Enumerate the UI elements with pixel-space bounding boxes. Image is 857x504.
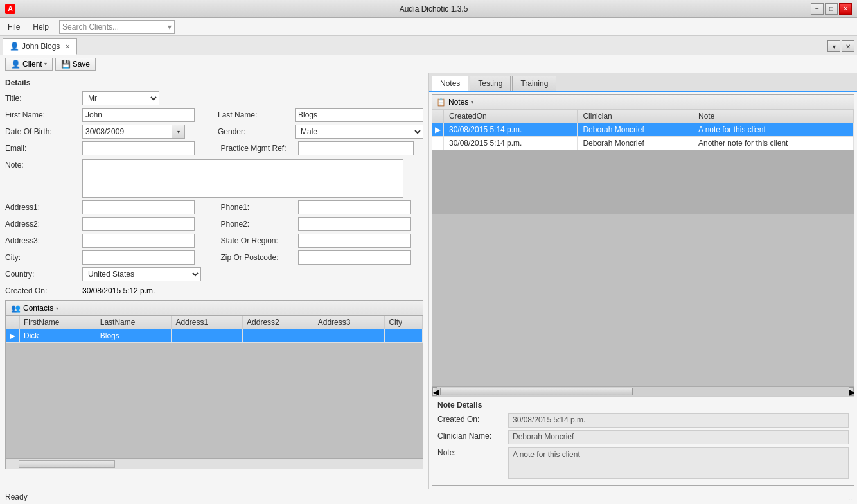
createdon-value: 30/08/2015 5:12 p.m. (82, 286, 155, 295)
col-address3: Address3 (314, 316, 385, 329)
email-col: Email: (5, 141, 208, 158)
dob-calendar-button[interactable]: ▾ (172, 125, 185, 139)
notes-header-label: Notes (448, 98, 468, 107)
tab-notes[interactable]: Notes (432, 76, 468, 91)
dob-input[interactable] (82, 125, 172, 139)
search-dropdown-arrow: ▾ (168, 22, 172, 31)
contact-address3 (314, 329, 385, 343)
tab-person-icon: 👤 (10, 42, 19, 51)
detail-note-row: Note: A note for this client (437, 447, 849, 479)
notes-scrollbar-h[interactable]: ◀ ▶ (432, 386, 854, 396)
table-row[interactable]: ▶ Dick Blogs (6, 329, 423, 343)
address-left-col: Address1: Address2: Address3: City: Coun… (5, 200, 208, 284)
ziporpostcode-input[interactable] (298, 250, 411, 265)
city-input[interactable] (82, 250, 195, 265)
tab-label: John Blogs (22, 42, 60, 51)
client-button[interactable]: 👤 Client ▾ (5, 58, 53, 71)
notes-dropdown-arrow[interactable]: ▾ (471, 100, 473, 105)
detail-note-textarea[interactable]: A note for this client (508, 447, 849, 479)
notes-scrollbar-thumb[interactable] (440, 388, 633, 395)
minimize-button[interactable]: − (811, 3, 824, 15)
contacts-dropdown-arrow[interactable]: ▾ (56, 306, 58, 311)
detail-createdon-value: 30/08/2015 5:14 p.m. (508, 413, 849, 428)
contact-lastname: Blogs (96, 329, 172, 343)
country-select[interactable]: United States United Kingdom Australia C… (82, 267, 201, 281)
detail-clinician-value: Deborah Moncrief (508, 430, 849, 444)
tab-scroll-right[interactable]: ▾ (827, 40, 840, 52)
title-select[interactable]: Mr Mrs Ms Dr (82, 91, 159, 105)
tab-close-all[interactable]: ✕ (842, 40, 854, 52)
note-details-title: Note Details (437, 401, 849, 410)
contacts-icon: 👥 (11, 304, 21, 313)
contacts-scrollbar-thumb[interactable] (19, 460, 115, 468)
close-button[interactable]: ✕ (839, 3, 852, 15)
contacts-label: Contacts (23, 304, 53, 313)
contacts-table: FirstName LastName Address1 Address2 Add… (6, 316, 423, 343)
notes-scroll-right-btn[interactable]: ▶ (849, 387, 854, 396)
status-text: Ready (5, 492, 28, 501)
city-label: City: (5, 253, 82, 262)
gender-select[interactable]: Male Female Other (295, 125, 423, 139)
dob-label: Date Of Birth: (5, 127, 82, 136)
email-input[interactable] (82, 141, 195, 155)
save-label: Save (73, 60, 90, 69)
col-arrow (6, 316, 20, 329)
details-section-title: Details (5, 78, 423, 87)
status-right: :: (848, 493, 852, 501)
contacts-h-scrollbar[interactable] (6, 458, 423, 469)
address1-label: Address1: (5, 203, 82, 212)
gender-label: Gender: (218, 127, 295, 136)
stateorregion-label: State Or Region: (221, 236, 298, 245)
note-row-arrow-2 (432, 137, 444, 150)
tab-testing[interactable]: Testing (470, 76, 511, 91)
address1-input[interactable] (82, 200, 195, 214)
left-panel: Details Title: Mr Mrs Ms Dr First Name: … (0, 73, 429, 489)
detail-createdon-row: Created On: 30/08/2015 5:14 p.m. (437, 413, 849, 428)
notes-table: CreatedOn Clinician Note ▶ 30/08/2015 5:… (432, 110, 854, 150)
firstname-input[interactable] (82, 108, 195, 122)
notes-table-wrap: CreatedOn Clinician Note ▶ 30/08/2015 5:… (432, 110, 854, 386)
save-button[interactable]: 💾 Save (55, 58, 96, 71)
address3-input[interactable] (82, 234, 195, 248)
table-row[interactable]: ▶ 30/08/2015 5:14 p.m. Deborah Moncrief … (432, 123, 854, 137)
search-clients-combo[interactable]: Search Clients... ▾ (59, 20, 175, 34)
phone1-label: Phone1: (221, 203, 298, 212)
contacts-empty-area (6, 343, 423, 458)
createdon-label: Created On: (5, 286, 82, 295)
help-menu[interactable]: Help (28, 21, 54, 33)
notes-scroll-left-btn[interactable]: ◀ (432, 387, 437, 396)
dob-col: Date Of Birth: ▾ (5, 125, 205, 141)
notes-col-clinician: Clinician (578, 110, 693, 123)
contact-firstname: Dick (20, 329, 96, 343)
practiceref-input[interactable] (298, 141, 414, 155)
col-city: City (385, 316, 423, 329)
tab-close-button[interactable]: ✕ (65, 43, 70, 50)
notes-content: 📋 Notes ▾ CreatedOn Clinician Note (432, 94, 854, 486)
tab-training[interactable]: Training (512, 76, 556, 91)
lastname-label: Last Name: (218, 110, 295, 119)
lastname-input[interactable] (295, 108, 423, 122)
note-text-2: Another note for this client (693, 137, 854, 150)
client-person-icon: 👤 (11, 60, 21, 69)
col-address1: Address1 (172, 316, 243, 329)
menu-bar: File Help Search Clients... ▾ (0, 18, 857, 36)
phone-col: Phone1: Phone2: State Or Region: Zip Or … (221, 200, 424, 284)
contacts-table-wrap: FirstName LastName Address1 Address2 Add… (6, 316, 423, 469)
gender-col: Gender: Male Female Other (218, 125, 423, 141)
contact-address2 (243, 329, 314, 343)
table-row[interactable]: 30/08/2015 5:14 p.m. Deborah Moncrief An… (432, 137, 854, 150)
address2-input[interactable] (82, 217, 195, 231)
tab-bar: 👤 John Blogs ✕ ▾ ✕ (0, 36, 857, 55)
stateorregion-input[interactable] (298, 234, 411, 248)
phone2-input[interactable] (298, 217, 411, 231)
file-menu[interactable]: File (3, 21, 25, 33)
notes-toolbar: 📋 Notes ▾ (432, 95, 854, 110)
phone1-input[interactable] (298, 200, 411, 214)
email-label: Email: (5, 144, 82, 153)
note-textarea[interactable] (82, 159, 403, 198)
contact-address1 (172, 329, 243, 343)
tab-john-blogs[interactable]: 👤 John Blogs ✕ (3, 38, 77, 55)
status-bar: Ready :: (0, 489, 857, 504)
restore-button[interactable]: □ (825, 3, 838, 15)
ziporpostcode-label: Zip Or Postcode: (221, 253, 298, 262)
